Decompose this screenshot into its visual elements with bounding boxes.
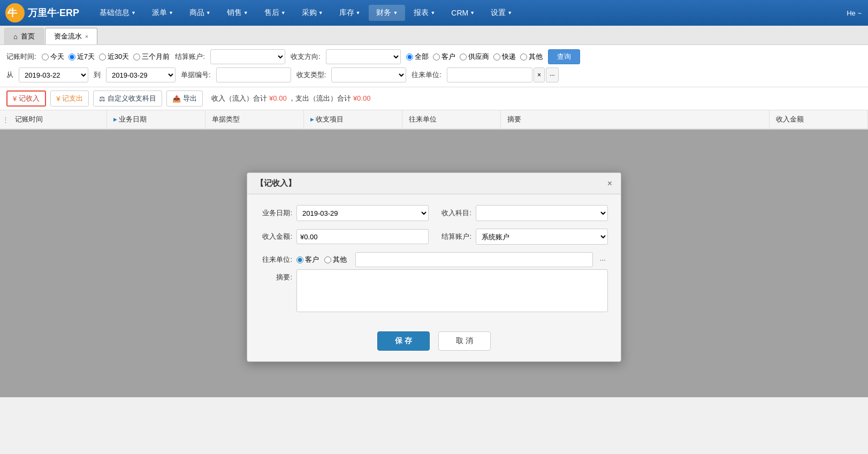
direction-select[interactable] bbox=[326, 49, 401, 64]
nav-item-kucun[interactable]: 库存 ▼ bbox=[332, 5, 368, 21]
nav-item-shangpin[interactable]: 商品 ▼ bbox=[182, 5, 218, 21]
modal-body: 业务日期: 2019-03-29 收入科目: bbox=[247, 194, 621, 323]
nav-item-shezhi[interactable]: 设置 ▼ bbox=[483, 5, 520, 21]
radio-3months[interactable]: 三个月前 bbox=[133, 52, 170, 62]
home-icon: ⌂ bbox=[13, 33, 18, 41]
nav-item-xiaoshou[interactable]: 销售 ▼ bbox=[219, 5, 256, 21]
yen-icon2: ¥ bbox=[56, 95, 60, 103]
sort-icon2: ▶ bbox=[310, 117, 314, 122]
th-remark[interactable]: 摘要 bbox=[501, 110, 770, 128]
date-wrapper: 2019-03-29 bbox=[296, 205, 429, 221]
form-row-date: 业务日期: 2019-03-29 bbox=[260, 205, 429, 221]
from-date: 2019-03-22 bbox=[19, 67, 88, 82]
nav-item-baobiao[interactable]: 报表 ▼ bbox=[406, 5, 443, 21]
radio-30days[interactable]: 近30天 bbox=[99, 52, 129, 62]
partner-more-button[interactable]: ··· bbox=[597, 255, 608, 264]
doc-no-input[interactable] bbox=[216, 67, 291, 82]
chevron-down-icon: ▼ bbox=[470, 10, 475, 16]
chevron-down-icon: ▼ bbox=[169, 10, 173, 16]
summary-income: 收入（流入）合计 ¥0.00 ，支出（流出）合计 ¥0.00 bbox=[211, 94, 370, 103]
chevron-down-icon: ▼ bbox=[507, 10, 512, 16]
custom-subject-button[interactable]: ⚖ 自定义收支科目 bbox=[93, 90, 162, 107]
clear-icon[interactable]: × bbox=[534, 67, 545, 82]
subject-wrapper bbox=[476, 205, 608, 221]
th-income-amount[interactable]: 收入金额 bbox=[770, 110, 868, 128]
more-options-icon[interactable]: ··· bbox=[546, 67, 559, 82]
partner-input[interactable] bbox=[447, 67, 532, 82]
chevron-down-icon: ▼ bbox=[318, 10, 323, 16]
logo[interactable]: 牛 万里牛·ERP bbox=[5, 3, 79, 22]
radio-today[interactable]: 今天 bbox=[42, 52, 64, 62]
partner-label: 往来单位: bbox=[412, 70, 441, 80]
th-doc-type[interactable]: 单据类型 bbox=[205, 110, 304, 128]
radio-7days[interactable]: 近7天 bbox=[68, 52, 95, 62]
partner-name-input[interactable] bbox=[355, 252, 593, 267]
chevron-down-icon: ▼ bbox=[243, 10, 248, 16]
expense-button[interactable]: ¥ 记支出 bbox=[50, 90, 89, 107]
query-button[interactable]: 查询 bbox=[548, 49, 580, 64]
settlement-account-select[interactable]: 系统账户 bbox=[476, 229, 608, 245]
nav-item-paidian[interactable]: 派单 ▼ bbox=[144, 5, 181, 21]
subject-field-label: 收入科目: bbox=[439, 208, 471, 218]
toolbar: ¥ 记收入 ¥ 记支出 ⚖ 自定义收支科目 📤 导出 收入（流入）合计 ¥0.0… bbox=[0, 87, 868, 110]
radio-supplier[interactable]: 供应商 bbox=[460, 52, 489, 62]
account-select[interactable] bbox=[210, 49, 285, 64]
partner-radio-other[interactable]: 其他 bbox=[324, 255, 347, 264]
tab-capital-flow[interactable]: 资金流水 × bbox=[45, 28, 97, 44]
user-name[interactable]: He ~ bbox=[847, 9, 862, 17]
form-row-remark: 摘要: bbox=[260, 269, 608, 312]
chevron-down-icon: ▼ bbox=[131, 10, 136, 16]
date-field-label: 业务日期: bbox=[260, 208, 292, 218]
nav-item-shouhou[interactable]: 售后 ▼ bbox=[257, 5, 293, 21]
account-wrapper: 系统账户 bbox=[476, 229, 608, 245]
sort-icon: ▶ bbox=[113, 117, 117, 122]
radio-all[interactable]: 全部 bbox=[406, 52, 429, 62]
modal-close-button[interactable]: × bbox=[607, 179, 612, 188]
business-date-select[interactable]: 2019-03-29 bbox=[296, 205, 429, 221]
cancel-button[interactable]: 取 消 bbox=[438, 331, 491, 351]
export-button[interactable]: 📤 导出 bbox=[166, 90, 203, 107]
form-row-account: 结算账户: 系统账户 bbox=[439, 229, 608, 245]
close-icon[interactable]: × bbox=[85, 33, 88, 40]
modal-overlay: 【记收入】 × 业务日期: 2019-03-29 bbox=[0, 130, 868, 397]
radio-customer[interactable]: 客户 bbox=[433, 52, 455, 62]
from-date-select[interactable]: 2019-03-22 bbox=[19, 67, 88, 82]
to-label: 到 bbox=[94, 70, 101, 80]
income-subject-select[interactable] bbox=[476, 205, 608, 221]
nav-right: He ~ bbox=[847, 9, 868, 17]
modal-title: 【记收入】 bbox=[256, 178, 296, 188]
partner-field-label: 往来单位: bbox=[260, 255, 292, 264]
th-business-date[interactable]: ▶ 业务日期 bbox=[107, 110, 205, 128]
svg-text:牛: 牛 bbox=[7, 7, 18, 18]
form-row-subject: 收入科目: bbox=[439, 205, 608, 221]
amount-field-label: 收入金额: bbox=[260, 232, 292, 241]
save-button[interactable]: 保 存 bbox=[377, 331, 430, 351]
from-label: 从 bbox=[6, 70, 13, 80]
nav-item-caiwu[interactable]: 财务 ▼ bbox=[369, 5, 405, 21]
radio-express[interactable]: 快递 bbox=[493, 52, 516, 62]
nav-item-jichu[interactable]: 基础信息 ▼ bbox=[92, 5, 143, 21]
partner-radio-customer[interactable]: 客户 bbox=[296, 255, 319, 264]
th-partner[interactable]: 往来单位 bbox=[402, 110, 501, 128]
nav-item-crm[interactable]: CRM ▼ bbox=[444, 5, 482, 20]
partner-input-wrapper: × ··· bbox=[447, 67, 559, 82]
chevron-down-icon: ▼ bbox=[206, 10, 211, 16]
th-expense-item[interactable]: ▶ 收支项目 bbox=[304, 110, 402, 128]
income-amount-input[interactable] bbox=[296, 229, 429, 244]
expense-type-label: 收支类型: bbox=[296, 70, 326, 80]
th-account-time[interactable]: 记账时间 bbox=[9, 110, 107, 128]
drag-handle: ⋮ bbox=[0, 111, 9, 128]
form-row-partner: 往来单位: 客户 其他 ··· bbox=[260, 252, 608, 267]
tab-home[interactable]: ⌂ 首页 bbox=[4, 28, 44, 44]
chevron-down-icon: ▼ bbox=[430, 10, 435, 16]
expense-type-select[interactable] bbox=[331, 67, 406, 82]
tab-bar: ⌂ 首页 资金流水 × bbox=[0, 26, 868, 45]
to-date-select[interactable]: 2019-03-29 bbox=[106, 67, 176, 82]
remark-textarea[interactable] bbox=[296, 269, 608, 312]
nav-items: 基础信息 ▼ 派单 ▼ 商品 ▼ 销售 ▼ 售后 ▼ 采购 ▼ 库存 ▼ 财务 bbox=[92, 5, 847, 21]
radio-other[interactable]: 其他 bbox=[520, 52, 543, 62]
partner-type-radios: 客户 其他 bbox=[296, 255, 347, 264]
income-button[interactable]: ¥ 记收入 bbox=[6, 90, 46, 107]
nav-item-caigou[interactable]: 采购 ▼ bbox=[294, 5, 331, 21]
to-date: 2019-03-29 bbox=[106, 67, 176, 82]
